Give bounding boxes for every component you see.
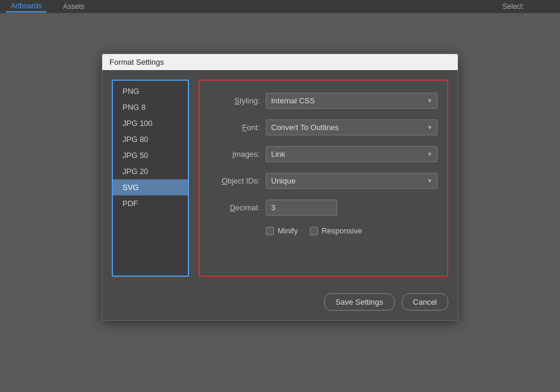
font-select[interactable]: Convert To Outlines SVG None	[266, 119, 438, 135]
format-item-jpg20[interactable]: JPG 20	[113, 163, 188, 179]
object-ids-select-wrapper: Unique Minimal None ▼	[266, 173, 438, 189]
format-item-png[interactable]: PNG	[113, 83, 188, 99]
format-item-jpg100[interactable]: JPG 100	[113, 115, 188, 131]
images-select-wrapper: Link Embed None ▼	[266, 146, 438, 162]
format-item-svg[interactable]: SVG	[113, 179, 188, 195]
svg-settings-panel: Styling: Internal CSS Inline Style Prese…	[199, 80, 448, 277]
save-settings-button[interactable]: Save Settings	[324, 293, 394, 311]
format-item-jpg50[interactable]: JPG 50	[113, 147, 188, 163]
font-row: Font: Convert To Outlines SVG None ▼	[209, 119, 438, 135]
responsive-label: Responsive	[322, 226, 362, 235]
dialog-footer: Save Settings Cancel	[102, 286, 458, 320]
dialog-title-bar: Format Settings	[102, 54, 458, 70]
minify-checkbox[interactable]	[266, 227, 274, 235]
styling-select-wrapper: Internal CSS Inline Style Presentation A…	[266, 93, 438, 109]
format-item-jpg80[interactable]: JPG 80	[113, 131, 188, 147]
checkboxes-row: Minify Responsive	[266, 226, 438, 235]
format-item-png8[interactable]: PNG 8	[113, 99, 188, 115]
cancel-button[interactable]: Cancel	[402, 293, 448, 311]
images-row: Images: Link Embed None ▼	[209, 146, 438, 162]
dialog-overlay: Format Settings PNG PNG 8 JPG 100 JPG 80…	[0, 0, 560, 392]
decimal-row: Decimal:	[209, 200, 438, 216]
responsive-checkbox-item[interactable]: Responsive	[310, 226, 362, 235]
font-label: Font:	[209, 123, 266, 132]
object-ids-row: Object IDs: Unique Minimal None ▼	[209, 173, 438, 189]
dialog-body: PNG PNG 8 JPG 100 JPG 80 JPG 50 JPG 20 S…	[102, 70, 458, 286]
responsive-checkbox[interactable]	[310, 227, 318, 235]
styling-select[interactable]: Internal CSS Inline Style Presentation A…	[266, 93, 438, 109]
minify-checkbox-item[interactable]: Minify	[266, 226, 298, 235]
dialog-title: Format Settings	[109, 58, 164, 67]
decimal-label: Decimal:	[209, 203, 266, 212]
styling-row: Styling: Internal CSS Inline Style Prese…	[209, 93, 438, 109]
object-ids-label: Object IDs:	[209, 176, 266, 185]
images-label: Images:	[209, 150, 266, 159]
format-settings-dialog: Format Settings PNG PNG 8 JPG 100 JPG 80…	[102, 53, 458, 321]
font-select-wrapper: Convert To Outlines SVG None ▼	[266, 119, 438, 135]
minify-label: Minify	[278, 226, 298, 235]
object-ids-select[interactable]: Unique Minimal None	[266, 173, 438, 189]
images-select[interactable]: Link Embed None	[266, 146, 438, 162]
format-list: PNG PNG 8 JPG 100 JPG 80 JPG 50 JPG 20 S…	[112, 80, 189, 277]
decimal-input[interactable]	[266, 200, 337, 216]
format-item-pdf[interactable]: PDF	[113, 195, 188, 211]
styling-label: Styling:	[209, 96, 266, 105]
